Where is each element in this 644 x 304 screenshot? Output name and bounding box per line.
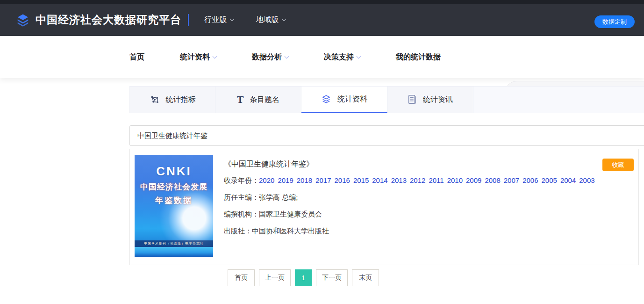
tab-entry-title[interactable]: T 条目题名: [215, 86, 301, 113]
year-link[interactable]: 2014: [372, 174, 387, 186]
chevron-down-icon: [285, 54, 289, 59]
editor-row: 历任主编： 张学高 总编;: [224, 191, 596, 203]
yearbook-cover-image[interactable]: CNKI 中国经济社会发展 年鉴数据 中国学术期刊（光盘版）电子杂志社: [135, 155, 213, 257]
result-card: CNKI 中国经济社会发展 年鉴数据 中国学术期刊（光盘版）电子杂志社 《中国卫…: [129, 149, 639, 265]
industry-version-label: 行业版: [204, 15, 227, 25]
publisher-value: 中国协和医科大学出版社: [252, 225, 329, 237]
chevron-down-icon: [230, 17, 235, 22]
divider: [188, 14, 189, 26]
region-version-label: 地域版: [256, 15, 279, 25]
year-link[interactable]: 2008: [485, 174, 500, 186]
graph-network-icon: [150, 94, 160, 105]
year-link[interactable]: 2012: [410, 174, 425, 186]
nav-item-home[interactable]: 首页: [129, 52, 144, 62]
agency-label: 编撰机构：: [224, 208, 259, 220]
letter-t-icon: T: [237, 95, 244, 104]
logo[interactable]: 中国经济社会大数据研究平台: [16, 13, 181, 27]
year-link[interactable]: 2007: [504, 174, 519, 186]
chevron-down-icon: [282, 17, 286, 22]
pagination-prev-button[interactable]: 上一页: [259, 269, 291, 286]
tab-statistical-materials[interactable]: 统计资料: [301, 86, 387, 113]
cover-series-line2: 年鉴数据: [135, 195, 213, 206]
industry-version-menu[interactable]: 行业版: [204, 15, 234, 25]
year-link[interactable]: 2018: [297, 174, 312, 186]
year-link[interactable]: 2006: [522, 174, 538, 186]
pagination-first-button[interactable]: 首页: [228, 269, 255, 286]
year-link[interactable]: 2009: [466, 174, 481, 186]
main-nav: 首页 统计资料 数据分析 决策支持 我的统计数据: [0, 36, 644, 78]
nav-item-decision-support[interactable]: 决策支持: [324, 52, 360, 62]
agency-row: 编撰机构： 国家卫生健康委员会: [224, 208, 596, 220]
pagination-next-button[interactable]: 下一页: [316, 269, 348, 286]
yearbook-title-link[interactable]: 《中国卫生健康统计年鉴》: [224, 159, 596, 169]
pagination: 首页 上一页 1 下一页 末页: [228, 269, 379, 286]
favorite-button[interactable]: 收藏: [602, 159, 634, 171]
editor-label: 历任主编：: [224, 191, 259, 203]
years-row: 收录年份： 2020201920182017201620152014201320…: [224, 174, 596, 186]
editor-value: 张学高 总编;: [259, 191, 298, 203]
year-link[interactable]: 2015: [353, 174, 369, 186]
layers-logo-icon: [16, 13, 30, 27]
year-link[interactable]: 2010: [447, 174, 463, 186]
year-link[interactable]: 2020: [259, 174, 274, 186]
top-bar: 中国经济社会大数据研究平台 行业版 地域版 数据定制: [0, 0, 644, 36]
news-document-icon: [408, 94, 417, 105]
year-link[interactable]: 2016: [335, 174, 350, 186]
nav-item-statistical-materials[interactable]: 统计资料: [180, 52, 216, 62]
cover-series-line1: 中国经济社会发展: [135, 181, 213, 192]
data-customize-button[interactable]: 数据定制: [594, 15, 635, 28]
tabstrip-filler: [473, 86, 644, 113]
year-link[interactable]: 2013: [391, 174, 407, 186]
year-link[interactable]: 2003: [579, 174, 594, 186]
cover-footer-strip: 中国学术期刊（光盘版）电子杂志社: [135, 240, 213, 247]
nav-item-data-analysis[interactable]: 数据分析: [252, 52, 288, 62]
agency-value: 国家卫生健康委员会: [259, 208, 322, 220]
year-links: 2020201920182017201620152014201320122011…: [259, 174, 598, 186]
search-type-tabs: 统计指标 T 条目题名 统计资料 统计资讯: [129, 86, 644, 113]
year-link[interactable]: 2005: [542, 174, 557, 186]
layers-icon: [321, 94, 331, 104]
tab-statistical-indicators[interactable]: 统计指标: [129, 86, 215, 113]
years-label: 收录年份：: [224, 174, 259, 186]
year-link[interactable]: 2017: [315, 174, 331, 186]
publisher-row: 出版社： 中国协和医科大学出版社: [224, 225, 596, 237]
cover-wave-art: [135, 247, 213, 257]
publisher-label: 出版社：: [224, 225, 252, 237]
region-version-menu[interactable]: 地域版: [256, 15, 286, 25]
nav-item-my-statistics[interactable]: 我的统计数据: [396, 52, 441, 62]
cover-brand-text: CNKI: [135, 164, 213, 179]
tab-statistical-news[interactable]: 统计资讯: [387, 86, 473, 113]
year-link[interactable]: 2019: [278, 174, 293, 186]
pagination-page-1-button[interactable]: 1: [295, 269, 312, 286]
site-title: 中国经济社会大数据研究平台: [36, 13, 181, 27]
chevron-down-icon: [213, 54, 217, 59]
page: 中国经济社会大数据研究平台 行业版 地域版 数据定制 首页 统计资料: [0, 0, 644, 304]
year-link[interactable]: 2004: [560, 174, 576, 186]
year-link[interactable]: 2011: [429, 174, 444, 186]
yearbook-search-input[interactable]: [129, 125, 644, 146]
pagination-last-button[interactable]: 末页: [352, 269, 379, 286]
chevron-down-icon: [357, 54, 361, 59]
